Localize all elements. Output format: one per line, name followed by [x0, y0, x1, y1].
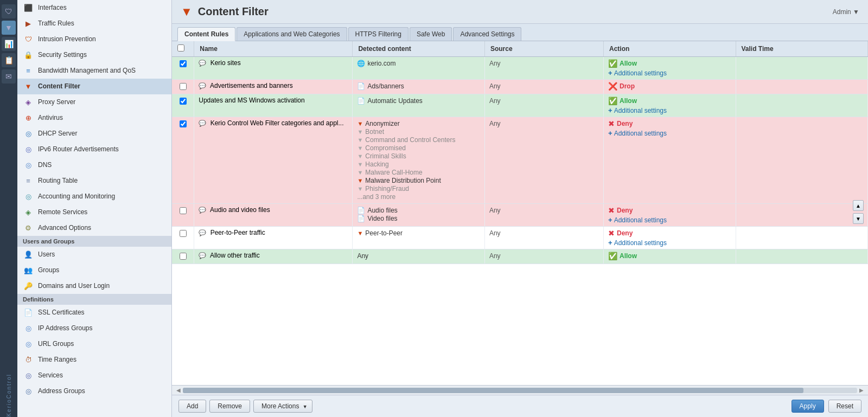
sidebar-item-security-settings[interactable]: 🔒 Security Settings	[17, 47, 171, 63]
admin-label[interactable]: Admin ▼	[833, 8, 859, 16]
detected-item: ▼ Compromised	[357, 144, 480, 152]
sidebar-item-url-groups[interactable]: ◎ URL Groups	[17, 336, 171, 352]
icon-bar-doc[interactable]: 📋	[2, 53, 16, 67]
table-container[interactable]: Name Detected content Source Action Vali…	[172, 41, 868, 385]
icon-bar-shield[interactable]: 🛡	[2, 4, 16, 18]
table-row[interactable]: 💬 Kerio sites 🌐 kerio.com Any	[172, 57, 868, 80]
row-checkbox-cell[interactable]	[172, 94, 194, 117]
sidebar-item-content-filter[interactable]: ▼ Content Filter	[17, 79, 171, 94]
icon-bar-filter[interactable]: ▼	[2, 21, 16, 35]
tab-safe-web[interactable]: Safe Web	[410, 27, 452, 41]
row-checkbox[interactable]	[180, 60, 187, 67]
sidebar-item-users[interactable]: 👤 Users	[17, 247, 171, 262]
sidebar-item-traffic-rules[interactable]: ▶ Traffic Rules	[17, 16, 171, 31]
row-checkbox[interactable]	[180, 253, 187, 260]
additional-settings[interactable]: + Additional settings	[608, 216, 731, 224]
interfaces-icon: ⬛	[23, 3, 34, 12]
horizontal-scrollbar[interactable]: ◀ ▶	[172, 385, 868, 395]
action-label: Drop	[620, 82, 635, 90]
sidebar-item-time-ranges[interactable]: ⏱ Time Ranges	[17, 352, 171, 368]
additional-settings[interactable]: + Additional settings	[608, 239, 731, 247]
sidebar-item-services[interactable]: ◎ Services	[17, 368, 171, 383]
sidebar-item-antivirus[interactable]: ⊕ Antivirus	[17, 110, 171, 126]
reset-button[interactable]: Reset	[828, 400, 861, 413]
comment-icon: 💬	[199, 82, 206, 89]
sidebar-item-ssl[interactable]: 📄 SSL Certificates	[17, 305, 171, 320]
remove-button[interactable]: Remove	[209, 400, 250, 413]
apply-button[interactable]: Apply	[792, 400, 824, 413]
more-actions-button[interactable]: More Actions ▼	[253, 400, 312, 413]
sidebar-item-label: Accounting and Monitoring	[38, 193, 115, 200]
table-row[interactable]: 💬 Advertisements and banners 📄 Ads/banne…	[172, 80, 868, 94]
sidebar-item-ip-groups[interactable]: ◎ IP Address Groups	[17, 320, 171, 336]
tab-app-web-cats[interactable]: Applications and Web Categories	[237, 27, 347, 41]
row-checkbox[interactable]	[180, 83, 187, 90]
row-valid-time-cell	[736, 249, 868, 264]
additional-settings[interactable]: + Additional settings	[608, 129, 731, 137]
tab-advanced-settings[interactable]: Advanced Settings	[453, 27, 521, 41]
scroll-track[interactable]	[183, 388, 857, 393]
table-row[interactable]: 💬 Kerio Control Web Filter categories an…	[172, 117, 868, 204]
additional-settings[interactable]: + Additional settings	[608, 106, 731, 114]
row-name-cell: Updates and MS Windows activation	[194, 94, 353, 117]
icon-bar-chart[interactable]: 📊	[2, 37, 16, 51]
sidebar-item-accounting[interactable]: ◎ Accounting and Monitoring	[17, 189, 171, 204]
row-checkbox-cell[interactable]	[172, 117, 194, 204]
filter-muted-icon: ▼	[357, 161, 363, 168]
select-all-checkbox[interactable]	[177, 44, 184, 52]
row-name: Advertisements and banners	[210, 82, 293, 89]
row-checkbox-cell[interactable]	[172, 80, 194, 94]
row-checkbox[interactable]	[180, 98, 187, 105]
table-row[interactable]: 💬 Audio and video files 📄 Audio files 📄 …	[172, 204, 868, 227]
scroll-right-arrow[interactable]: ▶	[857, 387, 866, 393]
filter-icon: ▼	[357, 177, 363, 184]
row-checkbox-cell[interactable]	[172, 57, 194, 80]
tab-https-filtering[interactable]: HTTPS Filtering	[348, 27, 409, 41]
additional-settings-label: Additional settings	[614, 216, 667, 224]
main-content: ▼ Content Filter Admin ▼ Content Rules A…	[172, 0, 868, 417]
sidebar-item-intrusion-prevention[interactable]: 🛡 Intrusion Prevention	[17, 31, 171, 47]
domains-icon: 🔑	[23, 281, 34, 290]
row-checkbox[interactable]	[180, 207, 187, 214]
row-name-cell: 💬 Allow other traffic	[194, 249, 353, 264]
table-row[interactable]: 💬 Allow other traffic Any Any ✅	[172, 249, 868, 264]
sidebar-item-interfaces[interactable]: ⬛ Interfaces	[17, 0, 171, 16]
dropdown-arrow-icon: ▼	[303, 404, 308, 409]
table-row[interactable]: 💬 Peer-to-Peer traffic ▼ Peer-to-Peer An…	[172, 227, 868, 249]
page-icon: 📄	[357, 82, 365, 90]
detected-text: Ads/banners	[367, 82, 404, 90]
row-checkbox[interactable]	[180, 120, 187, 127]
additional-settings[interactable]: + Additional settings	[608, 69, 731, 77]
comment-icon: 💬	[199, 120, 206, 126]
detected-item: 📄 Automatic Updates	[357, 97, 480, 105]
sidebar-item-proxy-server[interactable]: ◈ Proxy Server	[17, 94, 171, 110]
sidebar-item-dhcp[interactable]: ◎ DHCP Server	[17, 126, 171, 142]
row-name: Kerio sites	[210, 59, 241, 67]
move-down-button[interactable]: ▼	[853, 213, 864, 224]
sidebar-item-advanced-options[interactable]: ⚙ Advanced Options	[17, 220, 171, 236]
sidebar-item-dns[interactable]: ◎ DNS	[17, 157, 171, 173]
add-button[interactable]: Add	[178, 400, 206, 413]
icon-bar-mail[interactable]: ✉	[2, 69, 16, 84]
admin-area[interactable]: Admin ▼	[833, 8, 859, 16]
table-row[interactable]: Updates and MS Windows activation 📄 Auto…	[172, 94, 868, 117]
sidebar-item-address-groups[interactable]: ◎ Address Groups	[17, 383, 171, 399]
row-action-cell: ✖ Deny + Additional settings	[604, 204, 736, 227]
scroll-left-arrow[interactable]: ◀	[174, 387, 183, 393]
sidebar-item-label: Domains and User Login	[38, 282, 110, 290]
sidebar-item-bandwidth-qos[interactable]: ≡ Bandwidth Management and QoS	[17, 63, 171, 79]
row-action-cell: ✅ Allow	[604, 249, 736, 264]
row-checkbox[interactable]	[180, 230, 187, 237]
sidebar-item-groups[interactable]: 👥 Groups	[17, 262, 171, 278]
sidebar-item-routing[interactable]: ≡ Routing Table	[17, 173, 171, 189]
sidebar-item-ipv6[interactable]: ◎ IPv6 Router Advertisements	[17, 142, 171, 157]
action-label: Deny	[617, 207, 633, 214]
sidebar-item-domains[interactable]: 🔑 Domains and User Login	[17, 278, 171, 294]
row-checkbox-cell[interactable]	[172, 249, 194, 264]
row-checkbox-cell[interactable]	[172, 204, 194, 227]
security-icon: 🔒	[23, 50, 34, 59]
sidebar-item-remote[interactable]: ◈ Remote Services	[17, 204, 171, 220]
row-checkbox-cell[interactable]	[172, 227, 194, 249]
move-up-button[interactable]: ▲	[853, 200, 864, 211]
tab-content-rules[interactable]: Content Rules	[177, 27, 235, 41]
